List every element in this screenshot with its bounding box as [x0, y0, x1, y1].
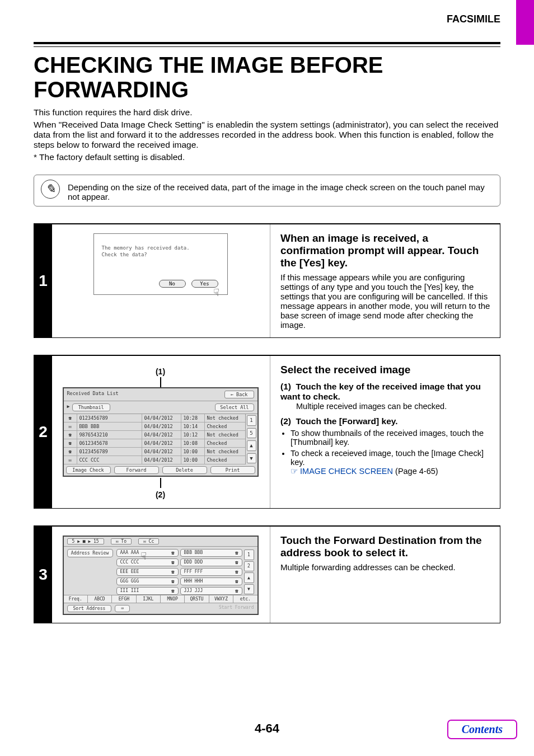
phone-icon: ☎: [171, 588, 174, 594]
address-review-button[interactable]: Address Review: [67, 549, 113, 557]
row-time: 10:00: [181, 448, 205, 456]
addr-entry[interactable]: EEE EEE☎: [116, 568, 179, 576]
page: FACSIMILE CHECKING THE IMAGE BEFORE FORW…: [0, 0, 534, 756]
dialog-line-2: Check the data?: [102, 252, 219, 259]
addr-entry[interactable]: III III☎: [116, 587, 179, 595]
row-status: Not checked: [205, 431, 245, 439]
item-2-title: Touch the [Forward] key.: [296, 416, 398, 426]
scroll-up-button[interactable]: ▲: [247, 440, 256, 451]
row-date: 04/04/2012: [142, 431, 181, 439]
alpha-tab[interactable]: MNOP: [161, 595, 185, 603]
addr-entry[interactable]: BBB BBB☎: [180, 549, 242, 557]
start-forward-button[interactable]: Start Forward: [219, 605, 254, 612]
table-row[interactable]: ☎ 9876543210 04/04/2012 10:12 Not checke…: [64, 431, 245, 439]
addr-entry[interactable]: HHH HHH☎: [180, 577, 242, 585]
step-2-number: 2: [34, 356, 52, 508]
contents-button[interactable]: Contents: [447, 720, 517, 739]
alpha-tab[interactable]: ABCD: [88, 595, 112, 603]
addr-entry[interactable]: FFF FFF☎: [180, 568, 242, 576]
phone-icon: ☎: [235, 560, 238, 565]
back-label: Back: [236, 392, 247, 397]
step-1-figure: The memory has received data. Check the …: [52, 224, 270, 337]
row-date: 04/04/2012: [142, 439, 181, 447]
received-data-panel: Received Data List ← Back ▶ Thumbnail Se…: [63, 387, 259, 477]
step-3-title: Touch the Forward Destination from the a…: [280, 534, 492, 559]
step-3-figure: 5 ▶ ■ ▶ 15 ✉ To ✉ Cc Address Review AAA …: [52, 527, 270, 623]
cc-label: Cc: [149, 539, 154, 544]
addr-entry[interactable]: DDD DDD☎: [180, 558, 242, 566]
addr-label: AAA AAA: [120, 550, 139, 556]
row-time: 10:28: [181, 414, 205, 422]
alpha-tab[interactable]: VWXYZ: [209, 595, 233, 603]
image-check-link[interactable]: ☞ IMAGE CHECK SCREEN: [291, 467, 393, 476]
addr-entry[interactable]: GGG GGG☎: [116, 577, 179, 585]
delete-button[interactable]: Delete: [162, 466, 207, 474]
table-row[interactable]: ✉ CCC CCC 04/04/2012 10:00 Checked: [64, 456, 245, 464]
row-status: Not checked: [205, 414, 245, 422]
phone-icon: ☎: [235, 588, 238, 594]
to-tab[interactable]: ✉ To: [111, 538, 132, 544]
page-title: CHECKING THE IMAGE BEFORE FORWARDING: [34, 53, 500, 102]
forward-button[interactable]: Forward: [114, 466, 159, 474]
print-button[interactable]: Print: [210, 466, 255, 474]
table-row[interactable]: ☎ 0123456789 04/04/2012 10:28 Not checke…: [64, 414, 245, 422]
row-number: 0123456789: [77, 414, 142, 422]
keyboard-button[interactable]: ⌨: [115, 605, 130, 612]
alpha-tab[interactable]: EFGH: [112, 595, 136, 603]
note-text: Depending on the size of the received da…: [68, 180, 493, 201]
phone-icon: ☎: [235, 569, 238, 575]
addr-label: BBB BBB: [184, 550, 203, 556]
bullet-2: To check a receieved image, touch the [I…: [291, 449, 492, 476]
row-number: 9876543210: [77, 431, 142, 439]
table-row[interactable]: ✉ BBB BBB 04/04/2012 10:14 Checked: [64, 422, 245, 431]
addr-entry[interactable]: JJJ JJJ☎: [180, 587, 242, 595]
intro-line-2: When "Received Data Image Check Setting"…: [34, 120, 500, 150]
panel-title: Received Data List: [67, 391, 224, 398]
table-row[interactable]: ☎ 0123456789 04/04/2012 10:00 Not checke…: [64, 448, 245, 456]
select-all-button[interactable]: Select All: [215, 403, 254, 411]
table-row[interactable]: ☎ 0612345678 04/04/2012 10:08 Checked: [64, 439, 245, 448]
count-1: 1: [244, 550, 254, 560]
row-icon: ✉: [64, 456, 77, 464]
addr-entry[interactable]: CCC CCC☎: [116, 558, 179, 566]
scroll-down-button[interactable]: ▼: [247, 453, 256, 464]
running-head: FACSIMILE: [34, 13, 500, 25]
row-icon: ✉: [64, 422, 77, 430]
scroll-up-button[interactable]: ▲: [244, 572, 254, 583]
row-icon: ☎: [64, 439, 77, 447]
step-3-text: Touch the Forward Destination from the a…: [270, 527, 500, 623]
scroll-down-button[interactable]: ▼: [244, 584, 254, 595]
addr-entry[interactable]: AAA AAA☎: [116, 549, 179, 557]
row-icon: ☎: [64, 414, 77, 422]
alpha-tab[interactable]: IJKL: [137, 595, 161, 603]
step-2-title: Select the received image: [280, 364, 492, 376]
scroll-sidebar: 1 5 ▲ ▼: [245, 414, 257, 464]
link-page: (Page 4-65): [395, 467, 438, 476]
data-rows: ☎ 0123456789 04/04/2012 10:28 Not checke…: [64, 414, 245, 464]
phone-icon: ☎: [171, 550, 174, 556]
cc-tab[interactable]: ✉ Cc: [138, 538, 159, 544]
link-text: IMAGE CHECK SCREEN: [300, 467, 393, 476]
row-date: 04/04/2012: [142, 456, 181, 464]
step-1-number: 1: [34, 224, 52, 337]
thumbnail-button[interactable]: Thumbnail: [72, 403, 110, 411]
sort-address-button[interactable]: Sort Address: [67, 605, 112, 612]
step-3-number: 3: [34, 527, 52, 623]
image-check-button[interactable]: Image Check: [66, 466, 111, 474]
no-button[interactable]: No: [159, 280, 186, 288]
yes-button[interactable]: Yes: [191, 280, 218, 288]
alpha-tab[interactable]: QRSTU: [185, 595, 209, 603]
back-button[interactable]: ← Back: [224, 391, 254, 398]
note-icon: ✎: [41, 180, 60, 199]
bullet-1: To show thumbnails of the received image…: [291, 429, 492, 447]
alpha-tab[interactable]: etc.: [233, 595, 257, 603]
row-date: 04/04/2012: [142, 448, 181, 456]
step-3-body: Multiple forwarding addresses can be che…: [280, 562, 492, 572]
alpha-tab[interactable]: Freq.: [64, 595, 88, 603]
item-1-label: (1): [280, 382, 291, 391]
breadcrumb: 5 ▶ ■ ▶ 15: [67, 538, 104, 544]
row-date: 04/04/2012: [142, 422, 181, 430]
phone-icon: ☎: [235, 550, 238, 556]
intro-line-1: This function requires the hard disk dri…: [34, 107, 500, 118]
item-2-label: (2): [280, 416, 291, 426]
